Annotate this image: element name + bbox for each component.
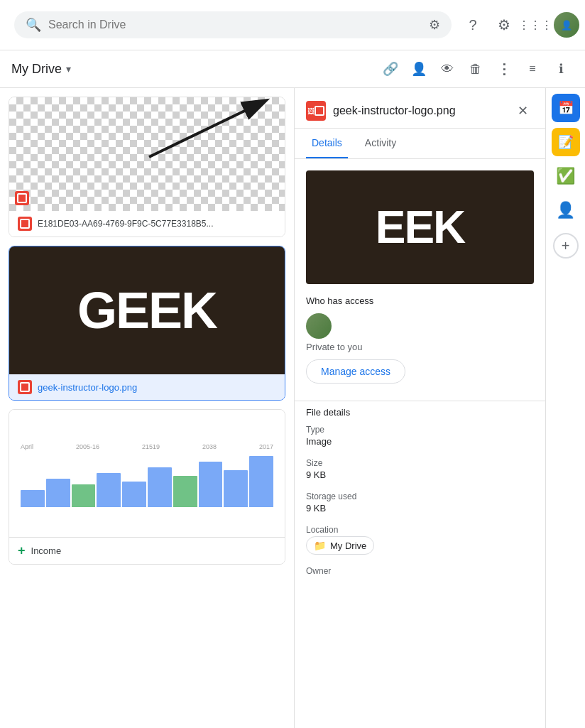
info-button[interactable]: ℹ xyxy=(548,56,574,82)
panel-file-icon: 🖼 xyxy=(306,101,326,121)
file-card-label-uuid: E181DE03-AA69-4769-9F9C-5C77E3318B5... xyxy=(9,211,285,237)
file-card-label-income: + Income xyxy=(9,538,285,564)
manage-access-button[interactable]: Manage access xyxy=(306,359,405,384)
red-file-icon xyxy=(15,191,29,205)
bar-5 xyxy=(122,482,146,507)
bar-1 xyxy=(21,490,45,507)
file-thumb-uuid xyxy=(9,97,285,211)
access-title: Who has access xyxy=(306,295,534,306)
file-details-title: File details xyxy=(306,407,534,418)
file-grid: E181DE03-AA69-4769-9F9C-5C77E3318B5... G… xyxy=(0,88,295,728)
apps-button[interactable]: ⋮⋮⋮ xyxy=(523,12,548,38)
private-text: Private to you xyxy=(306,342,534,352)
location-value: My Drive xyxy=(330,540,366,551)
chart-label-2038: 2038 xyxy=(202,443,217,450)
tab-activity[interactable]: Activity xyxy=(359,129,402,158)
settings-button[interactable]: ⚙ xyxy=(491,12,517,38)
type-value: Image xyxy=(306,436,534,447)
income-icon: + xyxy=(18,543,26,558)
chart-label-april: April xyxy=(21,443,33,450)
file-details-section: File details Type Image Size 9 KB Storag… xyxy=(295,407,545,599)
subtitle-actions: 🔗 👤 👁 🗑 ⋮ ≡ ℹ xyxy=(378,56,574,82)
app-keep[interactable]: 📝 xyxy=(552,128,580,156)
chart-labels: April 2005-16 21519 2038 2017 xyxy=(21,443,273,450)
income-chart xyxy=(21,450,273,507)
bar-8 xyxy=(199,462,223,507)
subtitle-bar: My Drive ▾ 🔗 👤 👁 🗑 ⋮ ≡ ℹ xyxy=(0,50,585,88)
size-row: Size 9 KB xyxy=(306,458,534,480)
file-thumb-income: April 2005-16 21519 2038 2017 xyxy=(9,410,285,538)
storage-row: Storage used 9 KB xyxy=(306,491,534,514)
avatar[interactable]: 👤 xyxy=(554,12,579,38)
top-bar-right: ? ⚙ ⋮⋮⋮ 👤 xyxy=(460,12,579,38)
apps-sidebar: 📅 📝 ✅ 👤 + xyxy=(545,88,585,728)
location-label: Location xyxy=(306,525,534,535)
tab-details[interactable]: Details xyxy=(306,129,348,158)
dropdown-icon[interactable]: ▾ xyxy=(66,63,71,75)
storage-label: Storage used xyxy=(306,491,534,501)
app-contacts[interactable]: 👤 xyxy=(552,196,580,224)
panel-title: geek-instructor-logo.png xyxy=(333,104,504,117)
size-value: 9 KB xyxy=(306,469,534,480)
location-row: Location 📁 My Drive xyxy=(306,525,534,555)
file-name-geek: geek-instructor-logo.png xyxy=(38,382,137,393)
file-card-income[interactable]: April 2005-16 21519 2038 2017 xyxy=(9,409,285,565)
bar-10 xyxy=(249,456,273,507)
search-icon: 🔍 xyxy=(26,17,41,33)
preview-geek-text: EEK xyxy=(376,201,465,254)
file-name-uuid: E181DE03-AA69-4769-9F9C-5C77E3318B5... xyxy=(38,219,214,229)
red-icon-geek xyxy=(18,380,32,394)
panel-tabs: Details Activity xyxy=(295,129,545,159)
owner-avatar xyxy=(306,313,332,339)
type-row: Type Image xyxy=(306,425,534,447)
view-toggle-button[interactable]: ≡ xyxy=(520,56,545,82)
owner-label: Owner xyxy=(306,566,534,576)
delete-button[interactable]: 🗑 xyxy=(463,56,488,82)
geek-text: GEEK xyxy=(77,281,217,339)
location-badge[interactable]: 📁 My Drive xyxy=(306,536,374,555)
search-bar[interactable]: 🔍 ⚙ xyxy=(14,11,452,38)
chart-label-2017: 2017 xyxy=(259,443,273,450)
preview-image: EEK xyxy=(306,170,534,284)
bar-9 xyxy=(224,470,248,507)
preview-button[interactable]: 👁 xyxy=(434,56,460,82)
panel-header: 🖼 geek-instructor-logo.png ✕ xyxy=(295,88,545,129)
folder-icon: 📁 xyxy=(314,540,326,551)
help-button[interactable]: ? xyxy=(460,12,486,38)
main-content: E181DE03-AA69-4769-9F9C-5C77E3318B5... G… xyxy=(0,88,585,728)
access-section: Who has access Private to you Manage acc… xyxy=(295,295,545,395)
file-card-geek[interactable]: GEEK geek-instructor-logo.png xyxy=(9,246,285,401)
top-bar: 🔍 ⚙ ? ⚙ ⋮⋮⋮ 👤 xyxy=(0,0,585,50)
owner-row: Owner xyxy=(306,566,534,576)
access-row xyxy=(306,313,534,339)
type-label: Type xyxy=(306,425,534,435)
file-card-uuid[interactable]: E181DE03-AA69-4769-9F9C-5C77E3318B5... xyxy=(9,97,285,237)
file-thumb-geek: GEEK xyxy=(9,246,285,374)
file-name-income: Income xyxy=(31,545,62,556)
search-input[interactable] xyxy=(48,18,429,31)
file-icon-uuid xyxy=(15,191,29,205)
close-button[interactable]: ✕ xyxy=(511,99,534,122)
subtitle-bar-wrapper: My Drive ▾ 🔗 👤 👁 🗑 ⋮ ≡ ℹ xyxy=(0,50,585,88)
bar-6 xyxy=(148,467,172,507)
filter-icon[interactable]: ⚙ xyxy=(429,17,440,33)
chart-label-21519: 21519 xyxy=(142,443,160,450)
app-calendar[interactable]: 📅 xyxy=(552,94,580,122)
bar-4 xyxy=(97,473,121,507)
divider-1 xyxy=(295,401,545,401)
detail-panel: 🖼 geek-instructor-logo.png ✕ Details Act… xyxy=(295,88,545,728)
chart-label-2005: 2005-16 xyxy=(76,443,99,450)
my-drive-title[interactable]: My Drive ▾ xyxy=(11,62,71,77)
more-actions-button[interactable]: ⋮ xyxy=(491,56,517,82)
red-icon-small xyxy=(18,217,32,231)
bar-7 xyxy=(173,476,197,507)
link-button[interactable]: 🔗 xyxy=(378,56,403,82)
file-card-label-geek: geek-instructor-logo.png xyxy=(9,374,285,400)
add-app-button[interactable]: + xyxy=(553,233,579,259)
add-person-button[interactable]: 👤 xyxy=(406,56,432,82)
storage-value: 9 KB xyxy=(306,503,534,514)
bar-3 xyxy=(72,484,96,507)
bar-2 xyxy=(46,479,70,507)
app-tasks[interactable]: ✅ xyxy=(552,162,580,190)
size-label: Size xyxy=(306,458,534,468)
